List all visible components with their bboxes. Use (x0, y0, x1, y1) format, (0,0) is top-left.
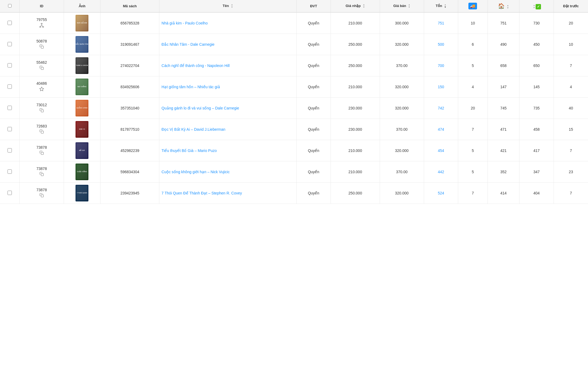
row-ton[interactable]: 500 (438, 42, 444, 47)
row-checkbox-6[interactable] (8, 148, 12, 152)
copy-icon[interactable] (40, 108, 44, 112)
row-ten-cell[interactable]: Quảng gánh lo đi và vui sống – Dale Carn… (159, 98, 297, 119)
row-ton[interactable]: 442 (438, 170, 444, 174)
row-ton-cell[interactable]: 150 (424, 76, 458, 98)
row-ten-cell[interactable]: Cuộc sống không giới hạn – Nick Vujicic (159, 161, 297, 183)
row-checkbox-cell[interactable] (0, 161, 20, 183)
row-ton[interactable]: 742 (438, 106, 444, 110)
row-checkbox-3[interactable] (8, 84, 12, 89)
copy-icon[interactable] (40, 151, 44, 155)
home-column-header[interactable]: 🏠 ▲▼ (487, 0, 519, 12)
row-id-icon[interactable] (40, 108, 44, 113)
row-checkbox-cell[interactable] (0, 12, 20, 34)
copy-icon[interactable] (40, 66, 44, 70)
table-row: 73012 QUẢNG GÁNH 357351040 Quảng gánh lo… (0, 98, 588, 119)
row-ton[interactable]: 474 (438, 127, 444, 132)
row-checkbox-2[interactable] (8, 63, 12, 68)
row-ma-sach: 656785328 (120, 21, 139, 25)
row-id: 72683 (37, 124, 47, 128)
row-ten-cell[interactable]: Đắc Nhân Tâm - Dale Carnegie (159, 34, 297, 55)
row-dvt: Quyển (308, 85, 319, 89)
row-ton-cell[interactable]: 442 (424, 161, 458, 183)
row-ten-link[interactable]: Đọc Vị Bất Kỳ Ai – David J.Lieberman (162, 127, 294, 132)
row-checkbox-7[interactable] (8, 169, 12, 174)
row-ten-link[interactable]: Đắc Nhân Tâm - Dale Carnegie (162, 42, 294, 47)
gia-ban-sort-arrows[interactable]: ▲▼ (408, 4, 410, 9)
book-thumbnail: ĐẮC NHÂN TÂM (76, 36, 88, 53)
row-dat-truoc-cell: 15 (554, 119, 588, 140)
row-ton[interactable]: 150 (438, 85, 444, 89)
row-checkbox-cell[interactable] (0, 55, 20, 76)
row-ton[interactable]: 454 (438, 148, 444, 153)
row-ma-sach: 274022704 (120, 63, 139, 68)
row-ten-link[interactable]: 7 Thói Quen Để Thành Đạt – Stephen R. Co… (162, 191, 294, 195)
row-ten-cell[interactable]: Hạt giống tâm hồn – Nhiều tác giả (159, 76, 297, 98)
ton-sort-arrows[interactable]: ▲▼ (444, 4, 446, 9)
row-gia-ban: 370.00 (396, 170, 408, 174)
select-all-header[interactable] (0, 0, 20, 12)
check2-column-header[interactable]: ▲▼ ✓ (519, 0, 554, 12)
row-checkbox-cell[interactable] (0, 119, 20, 140)
row-ton-cell[interactable]: 524 (424, 183, 458, 204)
row-checkbox-0[interactable] (8, 21, 12, 25)
row-id-icon[interactable] (39, 23, 44, 29)
gia-ban-column-header[interactable]: Giá bán ▲▼ (380, 0, 424, 12)
home-sort-arrows[interactable]: ▲▼ (507, 5, 509, 9)
row-ten-link[interactable]: Cách nghĩ để thành công - Napoleon Hill (162, 63, 294, 68)
row-ten-cell[interactable]: Cách nghĩ để thành công - Napoleon Hill (159, 55, 297, 76)
row-gia-nhap-cell: 210.000 (331, 76, 380, 98)
row-ton[interactable]: 524 (438, 191, 444, 195)
row-checkbox-cell[interactable] (0, 140, 20, 161)
row-checkbox-cell[interactable] (0, 98, 20, 119)
row-id-icon[interactable] (39, 87, 44, 93)
copy-icon[interactable] (40, 193, 44, 197)
gia-nhap-sort-arrows[interactable]: ▲▼ (363, 4, 365, 9)
row-id-icon[interactable] (40, 151, 44, 156)
row-ton-cell[interactable]: 500 (424, 34, 458, 55)
row-ten-link[interactable]: Cuộc sống không giới hạn – Nick Vujicic (162, 170, 294, 174)
row-ton-cell[interactable]: 751 (424, 12, 458, 34)
row-gia-nhap-cell: 230.000 (331, 119, 380, 140)
ten-sort-arrows[interactable]: ▲▼ (231, 4, 233, 9)
row-anh-cell: HẠT GIỐNG (64, 76, 101, 98)
copy-icon[interactable] (40, 129, 44, 134)
select-all-checkbox[interactable] (8, 4, 12, 8)
row-ton-cell[interactable]: 454 (424, 140, 458, 161)
row-ton[interactable]: 751 (438, 21, 444, 25)
row-ton-cell[interactable]: 742 (424, 98, 458, 119)
row-checkbox-cell[interactable] (0, 76, 20, 98)
row-ten-cell[interactable]: Tiểu thuyết Bố Già – Mario Puzo (159, 140, 297, 161)
ton-column-header[interactable]: Tồn ▲▼ (424, 0, 458, 12)
copy-icon[interactable] (40, 44, 44, 49)
row-id-icon[interactable] (40, 193, 44, 198)
row-ten-link[interactable]: Nhà giả kim - Paulo Coelho (162, 21, 294, 25)
row-ten-link[interactable]: Quảng gánh lo đi và vui sống – Dale Carn… (162, 106, 294, 110)
row-checkbox-cell[interactable] (0, 34, 20, 55)
row-checkbox-1[interactable] (8, 42, 12, 46)
row-ten-link[interactable]: Tiểu thuyết Bố Già – Mario Puzo (162, 148, 294, 153)
row-checkbox-cell[interactable] (0, 183, 20, 204)
check2-sort-arrows[interactable]: ▲▼ (533, 4, 535, 9)
row-id-icon[interactable] (40, 129, 44, 135)
row-home: 751 (500, 21, 507, 25)
row-ten-cell[interactable]: Đọc Vị Bất Kỳ Ai – David J.Lieberman (159, 119, 297, 140)
row-ton[interactable]: 700 (438, 63, 444, 68)
copy-icon[interactable] (40, 172, 44, 176)
row-check2: 404 (533, 191, 540, 195)
row-id-icon[interactable] (40, 66, 44, 71)
row-check2: 450 (533, 42, 540, 47)
row-ton-cell[interactable]: 700 (424, 55, 458, 76)
row-checkbox-4[interactable] (8, 106, 12, 110)
gia-nhap-column-header[interactable]: Giá nhập ▲▼ (331, 0, 380, 12)
row-ten-link[interactable]: Hạt giống tâm hồn – Nhiều tác giả (162, 85, 294, 89)
row-ten-cell[interactable]: Nhà giả kim - Paulo Coelho (159, 12, 297, 34)
star-icon[interactable] (39, 87, 44, 91)
row-checkbox-8[interactable] (8, 191, 12, 195)
row-ten-cell[interactable]: 7 Thói Quen Để Thành Đạt – Stephen R. Co… (159, 183, 297, 204)
row-id-icon[interactable] (40, 172, 44, 177)
row-ton-cell[interactable]: 474 (424, 119, 458, 140)
dvt-column-header: ĐVT (296, 0, 331, 12)
ten-column-header[interactable]: Tên ▲▼ (159, 0, 297, 12)
row-id-icon[interactable] (40, 44, 44, 50)
row-checkbox-5[interactable] (8, 127, 12, 131)
